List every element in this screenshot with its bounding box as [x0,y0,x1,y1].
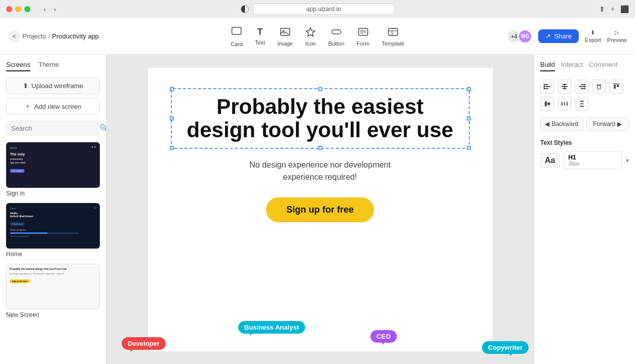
minimize-window-button[interactable] [15,6,21,12]
svg-rect-19 [565,84,565,90]
delete-button[interactable] [592,79,606,94]
tab-theme[interactable]: Theme [39,61,59,71]
text-style-preview: Aa [540,153,559,168]
align-right-button[interactable] [575,79,589,94]
text-style-select[interactable]: H1 36px [564,151,622,169]
direction-buttons: ◀ Backward Forward ▶ [540,117,629,131]
svg-rect-29 [617,85,619,87]
backward-button[interactable]: ◀ Backward [540,117,583,131]
avatar-stack: +4 MG [507,29,532,44]
distribute-h-button[interactable] [557,97,572,111]
toolbar-icon[interactable]: Icon [305,26,316,47]
toolbar-card[interactable]: Card [231,25,243,47]
align-left-button[interactable] [540,79,554,94]
export-button[interactable]: ⬇ Export [585,29,601,43]
search-box: 🔍 [6,120,100,136]
preview-icon: ▷ [615,29,619,36]
plus-icon: ＋ [24,102,31,111]
new-tab-icon[interactable]: ＋ [609,5,616,14]
toolbar-image[interactable]: Image [277,26,293,47]
header-right: +4 MG ↗ Share ⬇ Export ▷ Preview [507,29,627,44]
breadcrumb-current-page: Productivity app [52,32,99,40]
svg-rect-34 [562,102,563,106]
canvas-heading-line2: design tool you'll ever use [187,118,454,142]
tab-comment[interactable]: Comment [589,61,617,71]
forward-nav-button[interactable]: › [51,5,59,14]
developer-arrow [129,348,134,352]
svg-point-2 [283,30,284,31]
toolbar-button[interactable]: Button [328,26,345,47]
left-panel: Screens Theme ⬆ Upload wireframe ＋ Add n… [0,55,106,364]
tab-screens[interactable]: Screens [6,61,30,71]
forward-icon: ▶ [617,120,622,128]
close-window-button[interactable] [6,6,12,12]
button-icon [331,26,342,38]
svg-rect-38 [580,103,583,104]
add-screen-button[interactable]: ＋ Add new screen [6,98,100,114]
user-avatar-1: MG [518,29,532,44]
svg-rect-14 [544,88,548,89]
titlebar-center: app.uizard.io [241,4,395,15]
right-panel: Build Interact Comment [534,55,635,364]
svg-rect-33 [544,104,550,104]
tab-interact[interactable]: Interact [561,61,583,71]
right-panel-tabs: Build Interact Comment [540,61,629,71]
breadcrumb-projects[interactable]: Projects [22,32,46,40]
align-center-h-button[interactable] [557,79,572,94]
handle-bm [318,146,322,150]
screen-item-signin[interactable]: Home The only productivity app you need … [6,142,100,197]
signup-button[interactable]: Sign up for free [266,197,374,222]
traffic-lights [6,6,30,12]
distribute-v-button[interactable] [575,97,589,111]
svg-rect-20 [581,84,585,85]
text-styles-title: Text Styles [540,139,629,146]
screen-thumb-signin: Home The only productivity app you need … [6,142,100,188]
toolbar-template[interactable]: Template [382,26,404,47]
toolbar: Card T Text Image Icon Button [231,25,404,47]
screen-item-home[interactable]: Home Hello Erlich Bachman Dashboard Dail… [6,203,100,258]
back-button[interactable]: < [8,30,20,43]
chevron-down-icon: ▾ [626,157,629,164]
toolbar-template-label: Template [382,41,404,47]
screen-item-new[interactable]: Probably the easiest design tool you'll … [6,264,100,318]
breadcrumb: < Projects / Productivity app [8,30,99,43]
share-icon: ↗ [545,32,551,40]
upload-wireframe-button[interactable]: ⬆ Upload wireframe [6,77,100,94]
toolbar-icon-label: Icon [305,41,316,47]
forward-button[interactable]: Forward ▶ [586,117,629,131]
canvas-frame: Probably the easiest design tool you'll … [148,68,493,351]
toolbar-text-label: Text [255,39,265,46]
svg-rect-28 [614,85,616,89]
align-top-button[interactable] [609,79,623,94]
toolbar-button-label: Button [328,41,345,47]
back-nav-button[interactable]: ‹ [41,5,49,14]
screen-label-home: Home [6,251,100,258]
share-icon[interactable]: ⬆ [599,5,605,13]
share-button[interactable]: ↗ Share [538,29,579,43]
preview-button[interactable]: ▷ Preview [607,29,627,43]
style-name: H1 [568,154,617,161]
fullscreen-window-button[interactable] [24,6,30,12]
canvas-heading: Probably the easiest design tool you'll … [182,95,459,142]
handle-tl [170,87,174,91]
align-middle-button[interactable] [540,97,554,111]
handle-mr [467,116,471,120]
text-icon: T [257,27,263,37]
selected-heading-box[interactable]: Probably the easiest design tool you'll … [171,88,470,149]
toolbar-card-label: Card [231,41,243,47]
toolbar-text[interactable]: T Text [255,27,265,46]
svg-rect-15 [544,84,544,90]
handle-bl [170,146,174,150]
upload-label: Upload wireframe [31,82,83,90]
tab-build[interactable]: Build [540,61,555,71]
expand-icon[interactable]: ⬛ [620,5,629,13]
url-bar[interactable]: app.uizard.io [253,4,395,15]
screen-thumb-home: Home Hello Erlich Bachman Dashboard Dail… [6,203,100,249]
search-input[interactable] [11,125,96,132]
svg-marker-3 [306,28,315,36]
canvas-area[interactable]: Probably the easiest design tool you'll … [106,55,534,364]
main-layout: Screens Theme ⬆ Upload wireframe ＋ Add n… [0,55,635,364]
toolbar-form[interactable]: Form [357,26,370,47]
svg-rect-0 [232,27,241,34]
card-icon [231,25,242,39]
